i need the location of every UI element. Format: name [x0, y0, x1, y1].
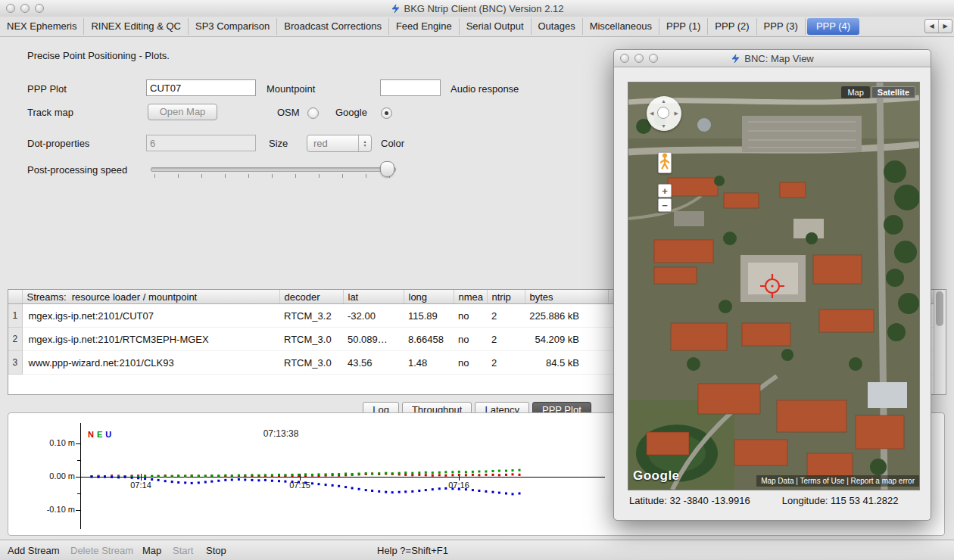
pan-center-icon[interactable]: [657, 107, 669, 119]
cell-lat: 43.56: [343, 351, 404, 375]
main-titlebar: BKG Ntrip Client (BNC) Version 2.12: [0, 0, 954, 17]
map-close-button[interactable]: [620, 54, 629, 63]
bnc-main-window: BKG Ntrip Client (BNC) Version 2.12 NEX …: [0, 0, 954, 560]
window-title: BKG Ntrip Client (BNC) Version 2.12: [404, 3, 564, 14]
longitude-value: Longitude: 115 53 41.2822: [782, 495, 899, 506]
tab-nex-ephemeris[interactable]: NEX Ephemeris: [0, 18, 84, 35]
tab-scroll-left-icon[interactable]: ◀: [925, 20, 939, 33]
bnc-app-icon: [731, 54, 740, 64]
tab-ppp-3[interactable]: PPP (3): [757, 18, 806, 35]
tab-ppp-4[interactable]: PPP (4): [807, 18, 859, 35]
row-number: 1: [8, 304, 22, 328]
map-type-map-button[interactable]: Map: [841, 86, 869, 98]
ytick-neg010: -0.10 m: [30, 505, 75, 514]
cell-ntrip: 2: [487, 328, 525, 351]
dot-color-value: red: [307, 138, 358, 149]
add-stream-button[interactable]: Add Stream: [8, 545, 60, 556]
close-button[interactable]: [6, 4, 15, 13]
ppp-plot-canvas[interactable]: [80, 425, 610, 530]
dot-color-select[interactable]: red ▲▼: [307, 135, 372, 152]
position-crosshair-icon: [759, 272, 786, 300]
osm-radio[interactable]: [307, 107, 319, 119]
start-button[interactable]: Start: [173, 545, 193, 556]
cell-bytes: 54.209 kB: [525, 328, 608, 351]
maximize-button[interactable]: [35, 4, 44, 13]
dot-properties-label: Dot-properties: [27, 138, 89, 149]
dot-size-input[interactable]: [146, 135, 256, 151]
tab-ppp-2[interactable]: PPP (2): [708, 18, 756, 35]
map-attribution[interactable]: Map Data | Terms of Use | Report a map e…: [756, 475, 919, 487]
tab-broadcast-corrections[interactable]: Broadcast Corrections: [277, 18, 389, 35]
zoom-out-button[interactable]: −: [658, 198, 672, 212]
cell-decoder: RTCM_3.2: [279, 304, 343, 328]
cell-ntrip: 2: [487, 351, 525, 375]
delete-stream-button[interactable]: Delete Stream: [70, 545, 133, 556]
coordinates-readout: Latitude: 32 -3840 -13.9916 Longitude: 1…: [629, 495, 920, 506]
cell-bytes: 225.886 kB: [525, 304, 608, 328]
tab-sp3-comparison[interactable]: SP3 Comparison: [189, 18, 277, 35]
map-window-title: BNC: Map View: [744, 53, 814, 64]
main-tabbar: NEX Ephemeris RINEX Editing & QC SP3 Com…: [0, 17, 954, 37]
tab-miscellaneous[interactable]: Miscellaneous: [583, 18, 659, 35]
pan-up-icon[interactable]: ▲: [661, 98, 666, 104]
ppp-plot-input[interactable]: [146, 79, 256, 96]
map-type-satellite-button[interactable]: Satellite: [871, 86, 915, 98]
tab-serial-output[interactable]: Serial Output: [460, 18, 532, 35]
cell-lat: 50.089…: [343, 328, 404, 351]
color-label: Color: [381, 138, 404, 149]
col-header-nmea[interactable]: nmea: [454, 290, 487, 304]
tab-scroll-control: ◀ ▶: [924, 19, 952, 33]
mountpoint-input[interactable]: [380, 79, 441, 96]
post-processing-speed-label: Post-processing speed: [27, 164, 127, 176]
map-view-window: BNC: Map View: [613, 49, 931, 521]
post-processing-speed-slider[interactable]: [148, 160, 398, 179]
col-header-mountpoint[interactable]: Streams: resource loader / mountpoint: [22, 290, 279, 304]
satellite-map[interactable]: Map Satellite ▲ ▼ ◀ ▶ + −: [628, 82, 920, 490]
cell-mountpoint: mgex.igs-ip.net:2101/CUT07: [22, 304, 279, 328]
cell-decoder: RTCM_3.0: [279, 328, 343, 351]
stop-button[interactable]: Stop: [206, 545, 226, 556]
map-button[interactable]: Map: [142, 545, 161, 556]
pan-right-icon[interactable]: ▶: [675, 110, 678, 116]
osm-label: OSM: [277, 107, 300, 118]
cell-mountpoint: mgex.igs-ip.net:2101/RTCM3EPH-MGEX: [22, 328, 279, 351]
col-header-long[interactable]: long: [404, 290, 454, 304]
pegman-icon[interactable]: [658, 152, 672, 173]
ppp-plot-label: PPP Plot: [27, 83, 67, 95]
slider-groove: [151, 167, 396, 172]
map-titlebar: BNC: Map View: [614, 50, 931, 67]
cell-long: 8.66458: [404, 328, 454, 351]
pan-down-icon[interactable]: ▼: [661, 123, 666, 129]
help-hint: Help ?=Shift+F1: [377, 545, 448, 556]
tab-outages[interactable]: Outages: [532, 18, 583, 35]
bottom-toolbar: Add Stream Delete Stream Map Start Stop …: [0, 540, 954, 560]
pan-left-icon[interactable]: ◀: [650, 110, 653, 116]
cell-ntrip: 2: [487, 304, 525, 328]
zoom-in-button[interactable]: +: [658, 184, 672, 198]
ytick-010: 0.10 m: [30, 438, 75, 447]
open-map-button[interactable]: Open Map: [148, 104, 217, 120]
cell-nmea: no: [454, 351, 487, 375]
cell-mountpoint: www.ppp-wizard.net:2101/CLK93: [22, 351, 279, 375]
minimize-button[interactable]: [20, 4, 30, 13]
map-minimize-button[interactable]: [634, 54, 644, 63]
cell-nmea: no: [454, 328, 487, 351]
size-label: Size: [269, 138, 288, 149]
col-header-lat[interactable]: lat: [343, 290, 404, 304]
scrollbar-thumb[interactable]: [936, 291, 943, 326]
google-radio[interactable]: [381, 107, 392, 119]
slider-handle[interactable]: [380, 161, 394, 177]
tab-rinex-editing-qc[interactable]: RINEX Editing & QC: [84, 18, 189, 35]
table-scrollbar[interactable]: [934, 290, 946, 394]
google-logo: Google: [633, 468, 680, 484]
tab-feed-engine[interactable]: Feed Engine: [389, 18, 460, 35]
map-maximize-button[interactable]: [649, 54, 658, 63]
col-header-decoder[interactable]: decoder: [279, 290, 343, 304]
bnc-app-icon: [391, 4, 401, 14]
tab-ppp-1[interactable]: PPP (1): [659, 18, 708, 35]
map-pan-control[interactable]: ▲ ▼ ◀ ▶: [647, 96, 681, 131]
audio-response-label: Audio response: [450, 83, 519, 95]
col-header-ntrip[interactable]: ntrip: [487, 290, 525, 304]
tab-scroll-right-icon[interactable]: ▶: [939, 20, 952, 33]
col-header-bytes[interactable]: bytes: [525, 290, 608, 304]
